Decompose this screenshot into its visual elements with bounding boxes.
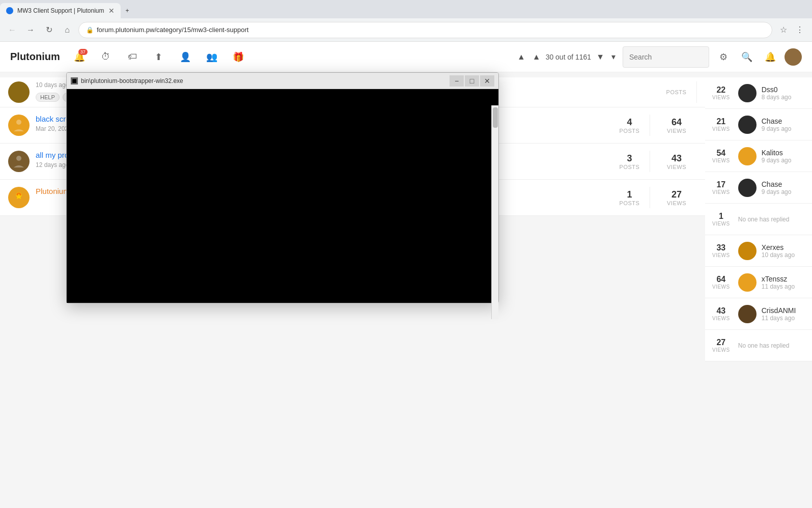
sidebar-username[interactable]: Dss0 — [762, 86, 805, 94]
back-button[interactable]: ← — [5, 23, 19, 37]
site-logo[interactable]: Plutonium — [10, 51, 60, 63]
group-icon-button[interactable]: 👥 — [203, 48, 221, 66]
window-app-icon: ■ — [72, 76, 77, 86]
sidebar-info: CrisdANMI 11 days ago — [762, 306, 805, 322]
window-controls: − □ ✕ — [450, 75, 494, 87]
filter-button[interactable]: ⚙ — [714, 48, 733, 66]
overlay-window: ■ bin\plutonium-bootstrapper-win32.exe −… — [66, 72, 499, 303]
sidebar-item: 54 VIEWS Kalitos 9 days ago — [705, 140, 812, 172]
sidebar-views-count: 1 — [719, 212, 723, 221]
tag-help[interactable]: HELP — [36, 93, 60, 102]
sidebar-views-label: VIEWS — [712, 221, 730, 227]
sidebar-views-label: VIEWS — [712, 189, 730, 195]
scrollbar-thumb[interactable] — [493, 107, 498, 128]
gift-icon-button[interactable]: 🎁 — [229, 48, 247, 66]
right-sidebar: 22 VIEWS Dss0 8 days ago 21 VIEWS Chase … — [705, 72, 812, 508]
clock-icon-button[interactable]: ⏱ — [97, 48, 115, 66]
sidebar-date: 8 days ago — [762, 94, 805, 101]
lock-icon: 🔒 — [86, 26, 94, 34]
pagination-prev-button[interactable]: ▲ — [530, 51, 543, 63]
notifications-button[interactable]: 🔔 37 — [70, 48, 89, 66]
posts-label: POSTS — [620, 128, 640, 134]
sidebar-views-count: 27 — [716, 338, 725, 347]
bookmark-button[interactable]: ☆ — [776, 23, 791, 37]
search-input[interactable] — [629, 53, 703, 61]
row-date: 12 days ago — [36, 161, 69, 168]
sidebar-username[interactable]: xTenssz — [762, 275, 805, 283]
new-tab-icon: + — [126, 7, 129, 14]
tab-close-button[interactable]: ✕ — [108, 7, 115, 15]
home-button[interactable]: ⌂ — [60, 23, 74, 37]
address-bar[interactable]: 🔒 forum.plutonium.pw/category/15/mw3-cli… — [78, 22, 772, 38]
svg-point-1 — [16, 120, 21, 125]
sidebar-info: No one has replied — [738, 216, 805, 223]
pagination-text: 30 out of 1161 — [546, 53, 592, 61]
alert-button[interactable]: 🔔 — [761, 48, 779, 66]
url-text: forum.plutonium.pw/category/15/mw3-clien… — [97, 26, 248, 34]
new-tab-button[interactable]: + — [121, 3, 222, 18]
sidebar-username[interactable]: Chase — [762, 180, 805, 188]
sidebar-avatar — [738, 147, 757, 165]
posts-stats: 1 POSTS — [609, 187, 650, 208]
sidebar-username[interactable]: Kalitos — [762, 149, 805, 157]
sidebar-item: 27 VIEWS No one has replied — [705, 330, 812, 361]
reload-button[interactable]: ↻ — [42, 23, 56, 37]
sidebar-username[interactable]: Chase — [762, 117, 805, 125]
views-count: 43 — [671, 153, 682, 164]
search-button[interactable]: 🔍 — [738, 48, 756, 66]
sidebar-item: 17 VIEWS Chase 9 days ago — [705, 172, 812, 204]
tab-bar: MW3 Client Support | Plutonium ✕ + — [0, 0, 812, 18]
sidebar-avatar — [738, 84, 757, 102]
scrollbar[interactable] — [491, 105, 498, 319]
sidebar-views-count: 64 — [716, 275, 725, 284]
sidebar-date: 9 days ago — [762, 157, 805, 164]
sidebar-date: 11 days ago — [762, 315, 805, 322]
views-stats: 27 VIEWS — [656, 187, 697, 208]
sidebar-views-count: 54 — [716, 149, 725, 158]
pagination-up-button[interactable]: ▲ — [515, 51, 527, 63]
minimize-button[interactable]: − — [450, 75, 464, 87]
sidebar-avatar — [738, 305, 757, 323]
posts-count: 4 — [627, 117, 632, 128]
posts-label: POSTS — [620, 200, 640, 206]
sidebar-avatar — [738, 116, 757, 134]
close-button[interactable]: ✕ — [480, 75, 494, 87]
sidebar-item: 21 VIEWS Chase 9 days ago — [705, 109, 812, 140]
forward-button[interactable]: → — [23, 23, 38, 37]
sidebar-username[interactable]: Xerxes — [762, 243, 805, 251]
row-date: 10 days ago — [36, 81, 69, 89]
sidebar-views-label: VIEWS — [712, 95, 730, 100]
user-avatar[interactable] — [785, 48, 802, 66]
pagination-next-button[interactable]: ▼ — [594, 51, 606, 63]
window-titlebar: ■ bin\plutonium-bootstrapper-win32.exe −… — [67, 73, 498, 89]
svg-point-3 — [16, 156, 21, 161]
active-tab[interactable]: MW3 Client Support | Plutonium ✕ — [0, 3, 121, 18]
posts-count: 3 — [627, 153, 632, 164]
site-header: Plutonium 🔔 37 ⏱ 🏷 ⬆ 👤 👥 🎁 ▲ ▲ 30 out of… — [0, 42, 812, 72]
extensions-button[interactable]: ⋮ — [793, 23, 807, 37]
sidebar-info: Chase 9 days ago — [762, 117, 805, 132]
sidebar-info: Kalitos 9 days ago — [762, 149, 805, 164]
sidebar-views-label: VIEWS — [712, 284, 730, 290]
sidebar-views-count: 17 — [716, 180, 725, 189]
avatar — [8, 115, 30, 136]
pagination-dropdown-button[interactable]: ▾ — [609, 51, 618, 63]
sidebar-item: 43 VIEWS CrisdANMI 11 days ago — [705, 298, 812, 330]
sidebar-username[interactable]: CrisdANMI — [762, 306, 805, 315]
views-label: VIEWS — [667, 200, 686, 206]
window-icon: ■ — [71, 77, 78, 84]
browser-actions: ☆ ⋮ — [776, 23, 807, 37]
upload-icon-button[interactable]: ⬆ — [150, 48, 168, 66]
sidebar-info: No one has replied — [738, 342, 805, 349]
tab-favicon — [6, 7, 13, 14]
sidebar-item: 22 VIEWS Dss0 8 days ago — [705, 77, 812, 109]
sidebar-avatar — [738, 242, 757, 260]
search-box[interactable] — [623, 46, 709, 68]
sidebar-views-count: 33 — [716, 243, 725, 252]
user-icon-button[interactable]: 👤 — [176, 48, 194, 66]
sidebar-avatar — [738, 179, 757, 197]
tags-icon-button[interactable]: 🏷 — [123, 48, 142, 66]
maximize-button[interactable]: □ — [465, 75, 479, 87]
views-count: 64 — [671, 117, 682, 128]
sidebar-info: xTenssz 11 days ago — [762, 275, 805, 290]
